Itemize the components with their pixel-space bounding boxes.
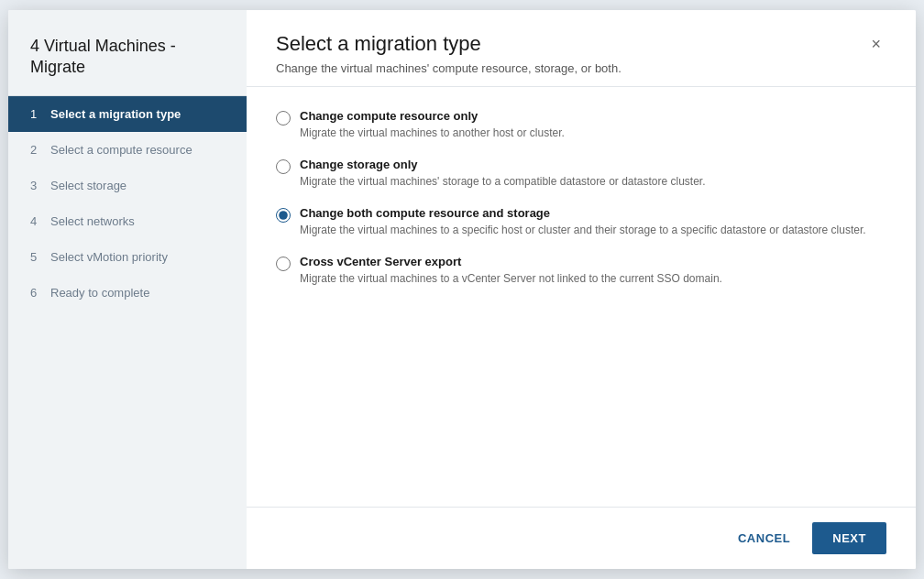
cancel-button[interactable]: CANCEL — [727, 524, 801, 552]
sidebar-step-3[interactable]: 3Select storage — [8, 168, 247, 203]
option-label-1: Change compute resource only — [300, 109, 565, 123]
footer: CANCEL NEXT — [247, 507, 916, 569]
step-num-6: 6 — [30, 286, 43, 300]
step-label-1: Select a migration type — [50, 107, 181, 121]
next-button[interactable]: NEXT — [812, 522, 886, 554]
option-item-2[interactable]: Change storage only Migrate the virtual … — [276, 158, 886, 190]
step-num-5: 5 — [30, 250, 43, 264]
option-label-4: Cross vCenter Server export — [300, 255, 722, 268]
radio-opt-storage[interactable] — [276, 159, 291, 174]
step-label-3: Select storage — [50, 179, 126, 192]
dialog-title: 4 Virtual Machines - Migrate — [30, 36, 225, 79]
option-text-1: Change compute resource only Migrate the… — [300, 109, 565, 141]
page-title: Select a migration type — [276, 32, 622, 56]
sidebar: 4 Virtual Machines - Migrate 1Select a m… — [8, 10, 247, 569]
step-label-2: Select a compute resource — [50, 143, 192, 157]
page-subtitle: Change the virtual machines' compute res… — [276, 61, 622, 75]
main-header-left: Select a migration type Change the virtu… — [276, 32, 622, 75]
step-num-3: 3 — [30, 179, 43, 192]
migration-type-options: Change compute resource only Migrate the… — [276, 109, 886, 287]
radio-opt-both[interactable] — [276, 208, 291, 223]
step-num-4: 4 — [30, 214, 43, 228]
option-item-3[interactable]: Change both compute resource and storage… — [276, 206, 886, 238]
step-num-2: 2 — [30, 143, 43, 157]
option-item-1[interactable]: Change compute resource only Migrate the… — [276, 109, 886, 141]
option-desc-2: Migrate the virtual machines' storage to… — [300, 173, 706, 190]
sidebar-step-6[interactable]: 6Ready to complete — [8, 275, 247, 311]
option-text-3: Change both compute resource and storage… — [300, 206, 866, 238]
option-text-2: Change storage only Migrate the virtual … — [300, 158, 706, 190]
sidebar-step-1[interactable]: 1Select a migration type — [8, 96, 247, 132]
option-desc-1: Migrate the virtual machines to another … — [300, 125, 565, 141]
radio-opt-compute[interactable] — [276, 111, 291, 126]
close-button[interactable]: × — [865, 34, 886, 54]
option-desc-4: Migrate the virtual machines to a vCente… — [300, 270, 722, 287]
main-panel: Select a migration type Change the virtu… — [247, 10, 916, 569]
sidebar-step-4[interactable]: 4Select networks — [8, 203, 247, 239]
sidebar-title: 4 Virtual Machines - Migrate — [8, 10, 247, 96]
step-num-1: 1 — [30, 107, 43, 121]
sidebar-step-2[interactable]: 2Select a compute resource — [8, 132, 247, 168]
option-desc-3: Migrate the virtual machines to a specif… — [300, 222, 866, 238]
radio-opt-cross[interactable] — [276, 257, 291, 271]
step-label-4: Select networks — [50, 214, 135, 228]
sidebar-step-5[interactable]: 5Select vMotion priority — [8, 239, 247, 275]
option-label-3: Change both compute resource and storage — [300, 206, 866, 220]
option-item-4[interactable]: Cross vCenter Server export Migrate the … — [276, 255, 886, 287]
step-label-5: Select vMotion priority — [50, 250, 168, 264]
steps-list: 1Select a migration type2Select a comput… — [8, 96, 247, 569]
main-header: Select a migration type Change the virtu… — [247, 10, 916, 87]
option-text-4: Cross vCenter Server export Migrate the … — [300, 255, 722, 287]
options-container: Change compute resource only Migrate the… — [247, 87, 916, 507]
option-label-2: Change storage only — [300, 158, 706, 171]
migrate-dialog: 4 Virtual Machines - Migrate 1Select a m… — [8, 10, 916, 569]
step-label-6: Ready to complete — [50, 286, 149, 300]
